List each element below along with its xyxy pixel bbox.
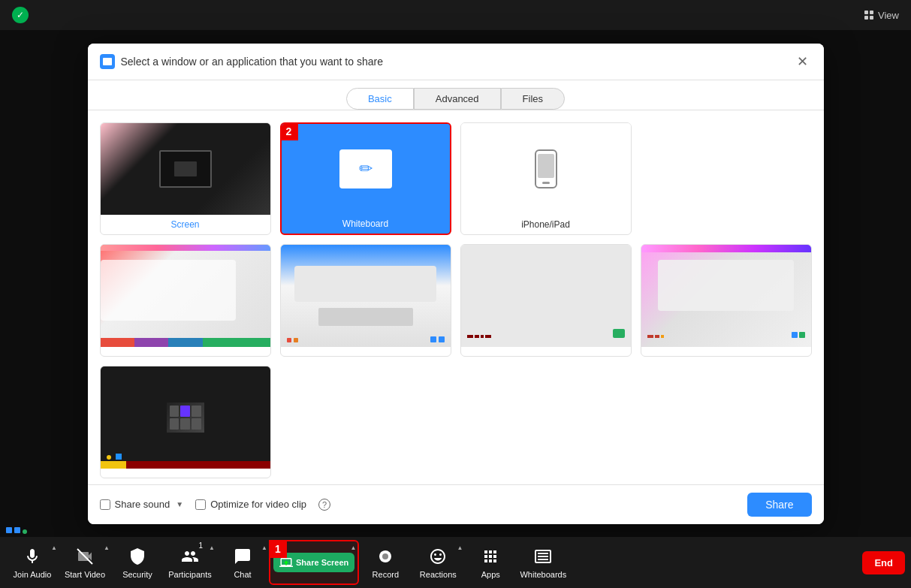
join-audio-caret[interactable]: ▲ [51,544,57,551]
security-shield-icon: ✓ [12,7,29,23]
modal-overlay: Select a window or an application that y… [0,30,911,537]
join-audio-label: Join Audio [14,570,52,579]
modal-footer: Share sound ▼ Optimize for video clip ? … [88,484,824,524]
security-icon [127,546,148,567]
optimize-input[interactable] [195,499,206,510]
phone-shape-icon [535,149,557,188]
toolbar-security[interactable]: Security [111,540,164,585]
toolbar-reactions[interactable]: Reactions ▲ [412,540,464,585]
apps-icon [480,546,501,567]
pencil-icon: ✏ [359,159,373,179]
bottom-toolbar: Join Audio ▲ Start Video ▲ Security 1 Pa… [0,537,911,588]
iphone-thumbnail [461,123,631,215]
share-item-screen[interactable]: Screen [100,122,271,235]
start-video-icon [74,546,95,567]
record-label: Record [373,570,399,579]
toolbar-participants[interactable]: 1 Participants ▲ [164,540,216,585]
share-item-app1[interactable] [100,244,271,357]
participants-icon [179,546,201,567]
svg-point-2 [382,553,388,559]
decorative-dots [6,526,27,534]
toolbar-record[interactable]: Record [359,540,412,585]
chat-icon [232,546,253,567]
reactions-caret[interactable]: ▲ [457,544,463,551]
share-item-whiteboard[interactable]: 2 ✏ Whiteboard [280,122,451,235]
chat-label: Chat [234,570,251,579]
tab-basic[interactable]: Basic [346,88,414,110]
share-sound-label: Share sound [115,499,170,510]
help-icon[interactable]: ? [318,499,330,511]
app5-label [181,469,190,478]
badge-2: 2 [280,122,298,140]
share-item-app5[interactable] [100,366,271,478]
share-button[interactable]: Share [747,493,811,517]
end-button[interactable]: End [862,551,905,574]
toolbar-chat[interactable]: Chat ▲ [216,540,269,585]
modal-title: Select a window or an application that y… [121,56,383,68]
toolbar-start-video[interactable]: Start Video ▲ [59,540,111,585]
whiteboard-thumbnail: ✏ [282,124,450,214]
screen-label: Screen [166,215,204,234]
reactions-label: Reactions [420,570,457,579]
app3-thumbnail [461,245,631,347]
toolbar-join-audio[interactable]: Join Audio ▲ [6,540,59,585]
whiteboards-label: Whiteboards [520,570,566,579]
modal-close-button[interactable]: ✕ [794,53,812,71]
record-icon [375,546,396,567]
screen-thumbnail [101,123,270,215]
view-label[interactable]: View [878,10,899,21]
app4-label [722,347,731,356]
participants-label: Participants [168,570,211,579]
modal-header-left: Select a window or an application that y… [100,54,383,69]
share-screen-label: Share Screen [296,558,348,567]
footer-options: Share sound ▼ Optimize for video clip ? [100,499,331,511]
app1-thumbnail [101,245,270,347]
app3-label [541,347,551,356]
start-video-label: Start Video [65,570,105,579]
participants-count: 1 [198,541,203,550]
share-item-iphone[interactable]: iPhone/iPad [460,122,632,235]
top-bar: ✓ View [0,0,911,30]
participants-caret[interactable]: ▲ [209,544,215,551]
app2-thumbnail [281,245,451,347]
app2-label [361,347,370,356]
share-item-app2[interactable] [280,244,451,357]
whiteboard-label: Whiteboard [338,214,393,234]
app5-thumbnail [101,366,270,469]
toolbar-apps[interactable]: Apps [464,540,517,585]
modal-header: Select a window or an application that y… [88,44,824,80]
zoom-logo-icon [100,54,115,69]
join-audio-icon [22,546,43,567]
share-sound-input[interactable] [100,499,110,510]
share-sound-checkbox[interactable]: Share sound ▼ [100,499,184,510]
share-screen-modal: Select a window or an application that y… [88,44,824,524]
top-bar-right[interactable]: View [864,10,899,21]
iphone-label: iPhone/iPad [517,215,575,234]
view-grid-icon [864,11,873,20]
optimize-checkbox[interactable]: Optimize for video clip [195,499,306,510]
share-item-app3[interactable] [460,244,632,357]
toolbar-whiteboards[interactable]: Whiteboards [517,540,569,585]
badge-1: 1 [269,540,287,558]
share-screen-caret[interactable]: ▲ [350,544,356,551]
share-sound-arrow[interactable]: ▼ [176,500,183,508]
optimize-label: Optimize for video clip [210,499,306,510]
empty-slot [641,122,812,235]
modal-tabs: Basic Advanced Files [88,80,824,110]
chat-caret[interactable]: ▲ [261,544,267,551]
reactions-icon [427,546,448,567]
app1-label [181,347,190,356]
security-label: Security [122,570,152,579]
whiteboards-icon [532,546,554,567]
apps-label: Apps [481,570,500,579]
toolbar-share-screen[interactable]: 1 Share Screen ▲ [269,540,359,585]
app4-thumbnail [641,245,811,347]
start-video-caret[interactable]: ▲ [104,544,110,551]
top-bar-left: ✓ [12,7,29,23]
tab-advanced[interactable]: Advanced [414,88,501,110]
share-grid: Screen 2 ✏ Whiteboard [88,110,824,484]
tab-files[interactable]: Files [501,88,565,110]
share-item-app4[interactable] [641,244,812,357]
